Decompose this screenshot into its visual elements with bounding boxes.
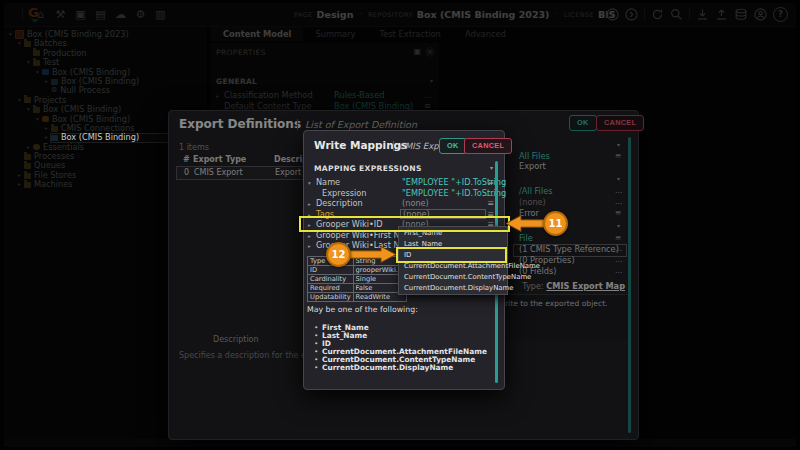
row-label: Expression [322,188,366,198]
callout-arrow-12 [348,244,400,265]
info-key: Updatability [308,293,354,302]
help-text: May be one of the following: [307,305,418,314]
highlight-box-id-option [396,247,507,263]
bullet-icon: • [314,363,322,372]
ok-button[interactable]: OK [439,138,467,154]
cancel-button[interactable]: CANCEL [464,138,512,154]
section-header: MAPPING EXPRESSIONS [314,164,422,173]
mapping-row-name[interactable]: ▾Name"EMPLOYEE "+ID.ToString≡ [308,177,500,188]
dropdown-item[interactable]: CurrentDocument.ContentTypeName [399,272,507,283]
menu-icon[interactable]: ≡ [487,177,494,188]
mapping-row-description[interactable]: ▸Description(none)≡ [308,198,500,209]
tree-item-label: Box (CMIS Binding) [61,133,139,142]
dropdown-item[interactable]: CurrentDocument.DisplayName [399,283,507,294]
expander-icon[interactable]: ▸ [308,241,316,252]
chevron-down-icon[interactable]: ▾ [490,164,493,171]
info-key: Required [308,284,354,293]
callout-badge-12: 12 [326,242,351,267]
info-key: ID [308,266,354,275]
row-label: Name [316,177,340,187]
row-value: (none) [402,198,429,209]
option-item: •CurrentDocument.DisplayName [314,363,453,372]
info-key: Cardinality [308,275,354,284]
row-label: Description [316,198,363,208]
divider [393,141,394,151]
ellipsis-icon[interactable]: … [486,188,494,199]
highlight-box-grooper-wiki-id-row [299,216,510,232]
app-window: G ⌂ ⚒ ▣ ▤ ☁ ⚙ ▥ PAGE Design · REPOSITORY… [0,0,800,450]
menu-icon[interactable]: ≡ [487,198,494,209]
mapping-row-expression[interactable]: Expression"EMPLOYEE "+ID.ToString… [308,188,500,199]
callout-badge-11: 11 [543,211,568,236]
